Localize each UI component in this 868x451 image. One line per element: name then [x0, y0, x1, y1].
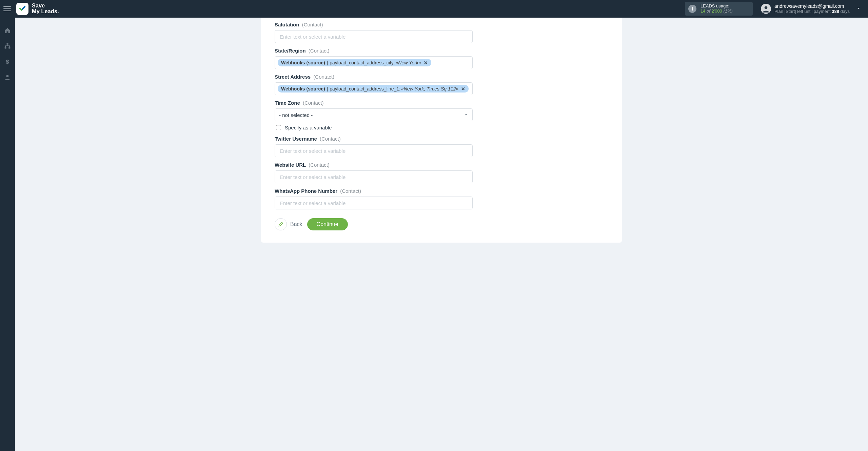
- label-context: (Contact): [313, 74, 334, 80]
- chip-source: Webhooks (source): [281, 86, 325, 91]
- page-scroll[interactable]: Salutation (Contact) State/Region (Conta…: [15, 18, 868, 451]
- svg-text:$: $: [6, 58, 9, 65]
- field-label: Twitter Username (Contact): [275, 136, 461, 142]
- leads-usage-widget[interactable]: i LEADS usage: 14 of 2'000 (1%): [685, 2, 753, 16]
- usage-title: LEADS usage:: [701, 4, 733, 9]
- menu-toggle[interactable]: [3, 4, 12, 13]
- close-icon: ✕: [424, 60, 428, 65]
- avatar-icon: [761, 4, 771, 14]
- home-icon: [4, 27, 11, 35]
- field-label: Street Address (Contact): [275, 74, 461, 80]
- form-card: Salutation (Contact) State/Region (Conta…: [261, 18, 622, 243]
- specify-variable-checkbox[interactable]: [276, 125, 281, 130]
- label-context: (Contact): [303, 100, 324, 106]
- label-text: Salutation: [275, 22, 299, 27]
- field-label: Website URL (Contact): [275, 162, 461, 168]
- pencil-icon: [275, 218, 287, 230]
- specify-variable-row[interactable]: Specify as a variable: [275, 124, 461, 131]
- field-label: Time Zone (Contact): [275, 100, 461, 106]
- website-text-input[interactable]: [279, 174, 468, 180]
- street-address-input[interactable]: Webhooks (source) | payload_contact_addr…: [275, 82, 473, 95]
- chip-source: Webhooks (source): [281, 60, 325, 65]
- sidebar-item-profile[interactable]: [4, 74, 11, 81]
- account-dropdown-toggle[interactable]: [853, 6, 864, 12]
- sidebar-item-home[interactable]: [4, 27, 11, 35]
- svg-point-6: [6, 75, 9, 77]
- label-text: Street Address: [275, 74, 311, 80]
- sidebar-item-billing[interactable]: $: [4, 58, 11, 66]
- app-logo[interactable]: [16, 3, 28, 15]
- label-context: (Contact): [302, 22, 323, 27]
- continue-label: Continue: [317, 221, 338, 227]
- field-time-zone: Time Zone (Contact) - not selected - Spe…: [275, 100, 461, 131]
- label-text: Time Zone: [275, 100, 300, 106]
- variable-chip: Webhooks (source) | payload_contact_addr…: [278, 85, 469, 93]
- twitter-text-input[interactable]: [279, 148, 468, 154]
- brand-name: Save My Leads: [32, 3, 59, 15]
- chip-path: payload_contact_address_city:: [330, 60, 395, 65]
- info-icon: i: [688, 5, 696, 13]
- label-text: WhatsApp Phone Number: [275, 188, 337, 194]
- field-salutation: Salutation (Contact): [275, 22, 461, 43]
- plan-days: 388: [832, 9, 839, 14]
- field-twitter: Twitter Username (Contact): [275, 136, 461, 157]
- select-value: - not selected -: [279, 112, 313, 118]
- usage-detail: 14 of 2'000 (1%): [701, 9, 733, 14]
- label-context: (Contact): [320, 136, 341, 142]
- label-context: (Contact): [340, 188, 361, 194]
- label-text: Website URL: [275, 162, 306, 168]
- sitemap-icon: [4, 43, 11, 50]
- checkmark-icon: [19, 5, 26, 13]
- chevron-down-icon: [463, 112, 468, 118]
- chip-path: payload_contact_address_line_1:: [330, 86, 400, 91]
- sidebar-item-connections[interactable]: [4, 43, 11, 50]
- specify-variable-label: Specify as a variable: [285, 125, 332, 130]
- svg-rect-2: [7, 43, 8, 44]
- time-zone-select[interactable]: - not selected -: [275, 108, 473, 121]
- chip-sep: |: [327, 60, 328, 65]
- app-header: Save My Leads i LEADS usage: 14 of 2'000…: [0, 0, 868, 18]
- svg-point-1: [765, 6, 768, 9]
- account-widget[interactable]: andrewsavemyleads@gmail.com Plan |Start|…: [761, 3, 850, 14]
- sidebar: $: [0, 18, 15, 451]
- dollar-icon: $: [4, 58, 11, 66]
- salutation-text-input[interactable]: [279, 34, 468, 40]
- field-whatsapp: WhatsApp Phone Number (Contact): [275, 188, 461, 209]
- svg-rect-4: [8, 47, 10, 48]
- form-actions: Back Continue: [275, 218, 461, 230]
- label-context: (Contact): [309, 48, 330, 54]
- chip-value: «New York, Times Sq 112»: [401, 86, 458, 91]
- chip-remove[interactable]: ✕: [424, 60, 428, 65]
- salutation-input[interactable]: [275, 30, 473, 43]
- close-icon: ✕: [461, 86, 465, 91]
- usage-total: 2'000: [711, 8, 722, 14]
- label-context: (Contact): [309, 162, 330, 168]
- whatsapp-text-input[interactable]: [279, 200, 468, 206]
- brand-line1: Save: [32, 3, 59, 9]
- field-street-address: Street Address (Contact) Webhooks (sourc…: [275, 74, 461, 95]
- variable-chip: Webhooks (source) | payload_contact_addr…: [278, 59, 431, 66]
- chip-value: «New York»: [396, 60, 421, 65]
- chip-sep: |: [327, 86, 328, 91]
- leads-usage-text: LEADS usage: 14 of 2'000 (1%): [701, 4, 733, 14]
- usage-of: of: [707, 8, 710, 14]
- field-state-region: State/Region (Contact) Webhooks (source)…: [275, 48, 461, 69]
- account-email: andrewsavemyleads@gmail.com: [774, 3, 850, 9]
- plan-prefix: Plan |Start| left until payment: [774, 9, 832, 14]
- account-info: andrewsavemyleads@gmail.com Plan |Start|…: [774, 3, 850, 14]
- field-website: Website URL (Contact): [275, 162, 461, 183]
- continue-button[interactable]: Continue: [307, 218, 348, 230]
- chip-remove[interactable]: ✕: [461, 86, 465, 91]
- field-label: State/Region (Contact): [275, 48, 461, 54]
- usage-percent: (1%): [723, 8, 732, 14]
- whatsapp-input[interactable]: [275, 197, 473, 209]
- website-input[interactable]: [275, 170, 473, 183]
- back-button[interactable]: Back: [275, 218, 302, 230]
- twitter-input[interactable]: [275, 144, 473, 157]
- plan-suffix: days: [839, 9, 850, 14]
- state-region-input[interactable]: Webhooks (source) | payload_contact_addr…: [275, 56, 473, 69]
- back-label: Back: [290, 221, 302, 227]
- usage-used: 14: [701, 8, 705, 14]
- field-label: WhatsApp Phone Number (Contact): [275, 188, 461, 194]
- label-text: State/Region: [275, 48, 306, 54]
